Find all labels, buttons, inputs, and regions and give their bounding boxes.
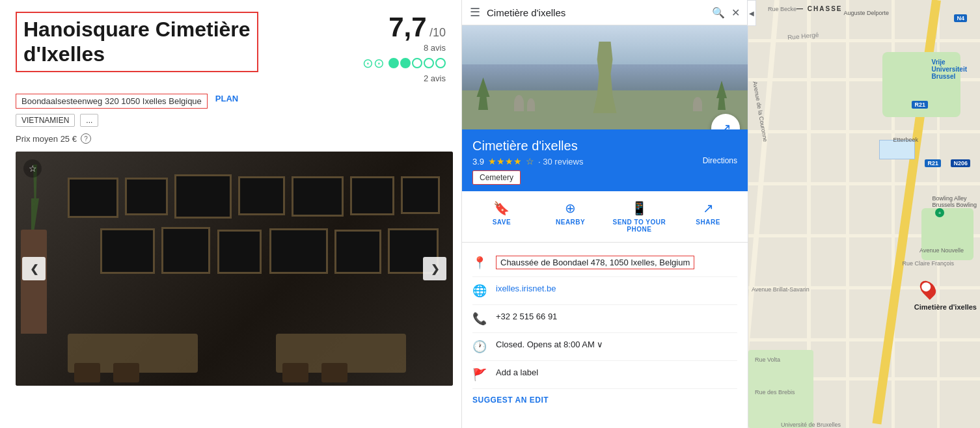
collapse-panel-button[interactable]: ◀ (747, 0, 756, 26)
send-to-phone-icon: 📱 (631, 200, 647, 216)
restaurant-title: Hanoisquare Cimetière d'Ixelles (23, 17, 251, 67)
gm-info-header: Cimetière d'ixelles 3.9 ★★★★ ☆ · 30 revi… (462, 129, 748, 191)
gm-phone-row: 📞 +32 2 515 66 91 (472, 305, 737, 333)
photo-nav-right[interactable]: ❯ (423, 257, 446, 280)
photo-inner: ☆ (16, 152, 453, 386)
map-label-bowling: Bowling AlleyBrussels Bowling (932, 195, 977, 208)
ta-circles (388, 58, 446, 68)
map-label-vrije: VrijeUniversiteitBrussel (932, 59, 967, 80)
prix-row: Prix moyen 25 € ? (16, 133, 446, 144)
rating-score: 7,7 (388, 12, 426, 42)
map-badge-n206: N206 (951, 159, 970, 167)
map-badge-r21: R21 (912, 101, 928, 109)
gm-address: Chaussée de Boondael 478, 1050 Ixelles, … (496, 256, 694, 269)
gm-hours-closed: Closed. (496, 340, 524, 349)
rating-area: 7,7 /10 8 avis ⊙⊙ 2 avis (362, 12, 446, 83)
map-badge-n4: N4 (954, 14, 967, 22)
rating-suffix: /10 (429, 26, 446, 39)
tripadvisor-row: ⊙⊙ (362, 55, 446, 71)
bowling-alley-marker: + (935, 208, 944, 217)
gm-header: ☰ 🔍 ✕ (462, 0, 748, 25)
tags-row: VIETNAMIEN ... (16, 114, 446, 127)
map-label-universite: Université de Bruxelles (781, 421, 841, 428)
map-label-brillat: Avenue Brillat-Savarin (752, 286, 810, 293)
gm-add-label[interactable]: Add a label (496, 368, 538, 377)
gm-star-empty: ☆ (526, 156, 534, 167)
gm-reviews: · 30 reviews (538, 157, 583, 167)
ta-circle-1 (388, 58, 399, 68)
gm-place-photo: ↗ (462, 25, 748, 129)
gm-website-row: 🌐 ixelles.irisnet.be (472, 277, 737, 305)
gm-website[interactable]: ixelles.irisnet.be (496, 284, 556, 293)
gm-suggest-edit[interactable]: SUGGEST AN EDIT (472, 389, 737, 405)
gm-search-input[interactable] (487, 7, 705, 18)
map-label-brebis: Rue des Brebis (755, 389, 795, 395)
globe-icon: 🌐 (472, 284, 487, 298)
gm-stars: ★★★★ (488, 156, 522, 167)
gm-action-save[interactable]: 🔖 SAVE (467, 200, 536, 233)
nearby-label: NEARBY (556, 219, 585, 226)
plan-link[interactable]: PLAN (215, 94, 238, 103)
send-to-phone-label: SEND TO YOURPHONE (612, 219, 666, 233)
ta-circle-2 (400, 58, 411, 68)
directions-fab-icon: ↗ (720, 120, 731, 129)
map-marker-cimetiere[interactable] (921, 280, 934, 298)
gm-directions-label[interactable]: Directions (703, 156, 737, 165)
ta-circle-5 (435, 58, 446, 68)
hamburger-menu-icon[interactable]: ☰ (470, 5, 480, 20)
tripadvisor-logo: ⊙⊙ (362, 55, 385, 71)
nearby-icon: ⊕ (565, 200, 576, 216)
clock-icon: 🕐 (472, 340, 487, 354)
gm-phone: +32 2 515 66 91 (496, 312, 557, 321)
gm-actions: 🔖 SAVE ⊕ NEARBY 📱 SEND TO YOURPHONE ↗ SH… (462, 191, 748, 243)
gm-place-name: Cimetière d'ixelles (472, 139, 583, 154)
favorite-icon[interactable]: ☆ (23, 159, 42, 178)
gm-action-nearby[interactable]: ⊕ NEARBY (536, 200, 605, 233)
photo-nav-left[interactable]: ❮ (22, 257, 46, 280)
share-label: SHARE (696, 219, 720, 226)
map-label-claire-francois: Rue Claire François (902, 260, 954, 267)
gm-hours: Closed. Opens at 8:00 AM ∨ (496, 340, 603, 349)
map-place-label-cimetiere: Cimetière d'ixelles (914, 303, 977, 311)
share-icon: ↗ (703, 200, 714, 216)
gm-close-icon[interactable]: ✕ (731, 7, 740, 19)
map-panel: Rue Becke— CHASSE Rue Hergé Auguste Delp… (748, 0, 980, 428)
save-label: SAVE (493, 219, 511, 226)
gm-rating-num: 3.9 (472, 157, 484, 167)
map-label-avenue-nouvelle: Avenue Nouvelle (919, 247, 964, 254)
map-label-rue-becke: Rue Becke— CHASSE (768, 5, 842, 12)
map-label-etterbeek: Etterbeek (893, 137, 918, 143)
gm-label-row: 🚩 Add a label (472, 361, 737, 389)
map-label-volta: Rue Volta (755, 356, 780, 363)
tag-more[interactable]: ... (80, 114, 98, 127)
flag-icon: 🚩 (472, 368, 487, 382)
gm-action-share[interactable]: ↗ SHARE (674, 200, 742, 233)
restaurant-photo: ☆ ❮ ❯ (16, 152, 453, 386)
ta-avis-count: 2 avis (362, 74, 446, 83)
location-icon: 📍 (472, 256, 487, 270)
ta-circle-3 (412, 58, 422, 68)
gm-category-btn[interactable]: Cemetery (472, 170, 521, 185)
gm-hours-chevron[interactable]: ∨ (597, 340, 603, 349)
ta-circle-4 (424, 58, 434, 68)
map-badge-r21b: R21 (925, 159, 941, 167)
prix-label: Prix moyen 25 € (16, 134, 77, 144)
map-label-delporte: Auguste Delporte (843, 10, 889, 16)
help-icon[interactable]: ? (81, 133, 91, 144)
gm-details: 📍 Chaussée de Boondael 478, 1050 Ixelles… (462, 243, 748, 428)
google-maps-panel: ☰ 🔍 ✕ ↗ Cimetière d'ixelles 3.9 ★★★ (462, 0, 748, 428)
gm-action-send-to-phone[interactable]: 📱 SEND TO YOURPHONE (605, 200, 674, 233)
address-text: Boondaalsesteenweg 320 1050 Ixelles Belg… (21, 96, 202, 106)
phone-icon: 📞 (472, 312, 487, 326)
gm-hours-opens: Opens at 8:00 AM (527, 340, 595, 349)
save-icon: 🔖 (493, 200, 510, 216)
restaurant-title-box: Hanoisquare Cimetière d'Ixelles (16, 12, 258, 72)
gm-search-icon[interactable]: 🔍 (712, 7, 725, 19)
tag-vietnamien[interactable]: VIETNAMIEN (16, 114, 75, 127)
gm-hours-row: 🕐 Closed. Opens at 8:00 AM ∨ (472, 333, 737, 361)
gm-address-row: 📍 Chaussée de Boondael 478, 1050 Ixelles… (472, 249, 737, 277)
avis-count: 8 avis (362, 43, 446, 53)
address-box: Boondaalsesteenweg 320 1050 Ixelles Belg… (16, 94, 208, 109)
left-panel: Hanoisquare Cimetière d'Ixelles 7,7 /10 … (0, 0, 462, 428)
map-background: Rue Becke— CHASSE Rue Hergé Auguste Delp… (748, 0, 980, 428)
